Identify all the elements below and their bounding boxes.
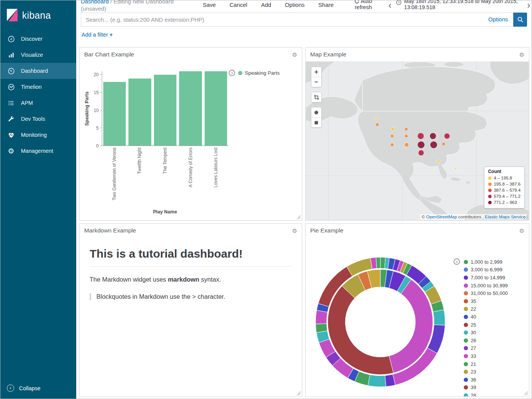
menu-share[interactable]: Share [318,2,333,8]
map-circle[interactable] [417,133,424,139]
bar-1[interactable] [128,79,151,146]
gear-icon[interactable]: ⚙ [292,52,297,58]
pie-legend-item[interactable]: 31,000 to 50,000 [464,289,508,297]
sidebar-item-dev-tools[interactable]: Dev Tools [0,111,76,127]
search-input[interactable] [81,13,513,26]
map-circle[interactable] [437,160,440,163]
resize-handle[interactable] [296,391,301,396]
pie-legend-item[interactable]: 15,000 to 30,999 [464,282,508,290]
search-button[interactable] [513,13,527,27]
pie-legend-item[interactable]: 21 [464,360,508,368]
pie-legend-item[interactable]: 40 [464,313,508,321]
auto-refresh-button[interactable]: Auto refresh [349,0,378,10]
menu-options[interactable]: Options [285,2,305,8]
pie-outer-slice-12[interactable] [433,310,445,325]
pie-legend-item[interactable]: 27 [464,345,508,353]
panel-header: Map Example ⚙ [306,48,529,61]
map-circle[interactable] [455,167,457,170]
visualize-icon [7,51,15,59]
resize-handle[interactable] [296,215,301,220]
draw-rectangle-button[interactable] [311,117,321,127]
pie-legend-item[interactable]: 36 [464,376,508,384]
bar-4[interactable] [205,71,227,146]
sidebar: kibana DiscoverVisualizeDashboardTimelio… [0,0,76,399]
map-circle[interactable] [442,142,445,146]
pie-legend-item[interactable]: 39 [464,384,508,392]
resize-handle[interactable] [524,215,528,220]
legend-label: 22 [471,306,476,312]
pie-outer-slice-23[interactable] [316,324,327,332]
sidebar-item-dashboard[interactable]: Dashboard [0,63,76,79]
pie-outer-slice-24[interactable] [316,310,327,324]
sidebar-item-monitoring[interactable]: Monitoring [0,127,76,143]
map-circle[interactable] [429,133,436,139]
bar-3[interactable] [179,71,202,146]
elastic-maps-service-link[interactable]: Elastic Maps Service [485,215,526,219]
kibana-logo[interactable]: kibana [0,0,76,31]
sidebar-item-timelion[interactable]: Timelion [0,79,76,95]
map-circle[interactable] [375,123,379,127]
legend-item[interactable]: Speaking Parts [238,70,280,76]
map-circle[interactable] [417,141,425,149]
legend-toggle-icon[interactable]: › [229,70,235,76]
pie-outer-slice-16[interactable] [368,375,386,387]
time-range-picker[interactable]: May 18th 2015, 12:33:19.518 to May 20th … [396,0,526,10]
fit-bounds-button[interactable] [311,92,321,102]
search-options-link[interactable]: Options [488,16,508,22]
menu-add[interactable]: Add [261,2,271,8]
sidebar-item-visualize[interactable]: Visualize [0,47,76,63]
time-back-button[interactable]: ‹ [388,0,391,10]
time-forward-button[interactable]: › [527,0,530,10]
pie-legend-item[interactable]: 3,000 to 6,999 [464,266,508,274]
pie-legend-item[interactable]: 28 [464,391,508,397]
gear-icon[interactable]: ⚙ [292,228,297,234]
bar-0[interactable] [103,82,126,146]
panel-title: Map Example [310,51,346,58]
pie-outer-slice-29[interactable] [376,257,380,268]
map-circle[interactable] [375,117,378,120]
menu-save[interactable]: Save [203,2,216,8]
gear-icon[interactable]: ⚙ [519,228,524,234]
bar-plot-area [102,71,228,146]
map-circle[interactable] [404,134,408,138]
zoom-in-button[interactable]: + [311,67,321,77]
legend-toggle-icon[interactable]: › [453,258,460,265]
sidebar-item-label: APM [21,100,33,106]
pie-legend-item[interactable]: 35 [464,297,508,305]
breadcrumb-dashboard-link[interactable]: Dashboard [81,0,109,5]
pie-legend-item[interactable]: 22 [464,305,508,313]
resize-handle[interactable] [524,391,528,396]
gear-icon[interactable]: ⚙ [519,52,524,58]
collapse-button[interactable]: ‹ Collapse [0,381,76,396]
pie-legend-item[interactable]: 23 [464,368,508,376]
add-filter-link[interactable]: Add a filter+ [82,32,113,38]
map-circle[interactable] [390,134,394,138]
plus-icon: + [109,32,112,38]
map-circle[interactable] [391,127,395,131]
sidebar-item-apm[interactable]: APM [0,95,76,111]
sidebar-item-management[interactable]: ⚙Management [0,143,76,159]
map-circle[interactable] [404,127,408,131]
menu-cancel[interactable]: Cancel [229,2,247,8]
map-circle[interactable] [444,133,450,139]
map-circle[interactable] [418,150,424,156]
pie-legend-item[interactable]: 7,000 to 14,999 [464,274,508,282]
sidebar-item-discover[interactable]: Discover [0,31,76,47]
pie-legend-item[interactable]: 33 [464,352,508,360]
bar-2[interactable] [154,75,176,146]
pie-legend-item[interactable]: 30 [464,328,508,337]
legend-label: 30 [471,330,476,335]
map-circle[interactable] [404,143,409,147]
pie-legend-item[interactable]: 1,000 to 2,999 [464,258,508,266]
devtools-icon [7,115,15,123]
map-circle[interactable] [390,143,394,147]
map-circle[interactable] [430,141,437,149]
top-nav-bar: Dashboard / Editing New Dashboard (unsav… [76,0,532,12]
zoom-out-button[interactable]: − [311,77,321,87]
pie-legend-item[interactable]: 26 [464,337,508,345]
y-tick-label: 0 [90,143,99,149]
pie-legend-item[interactable]: 25 [464,321,508,329]
map-body: + − [306,61,529,220]
openstreetmap-link[interactable]: OpenStreetMap [426,215,457,219]
draw-polygon-button[interactable] [311,107,321,117]
